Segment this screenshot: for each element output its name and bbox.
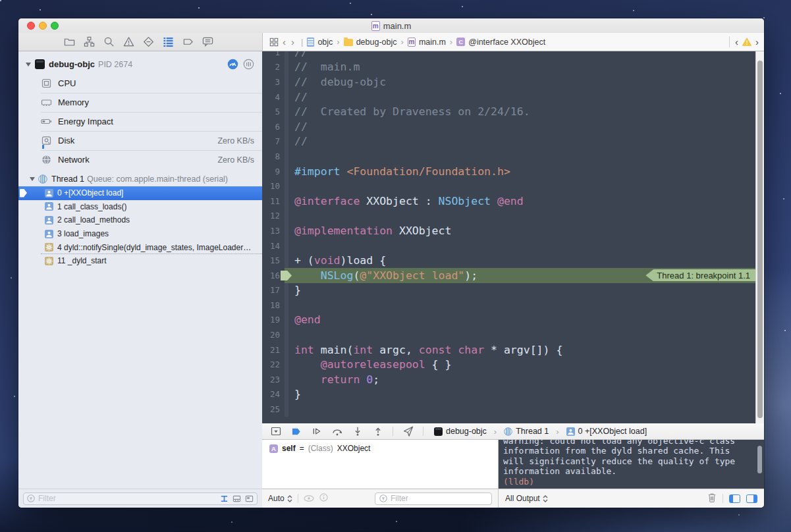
hide-debug-area-button[interactable] xyxy=(270,426,281,437)
stack-frame-row[interactable]: 2 call_load_methods xyxy=(18,213,262,227)
gauge-row-network[interactable]: NetworkZero KB/s xyxy=(18,150,262,169)
code-line[interactable]: 15+ (void)load { xyxy=(262,253,755,268)
line-number[interactable]: 4 xyxy=(262,90,285,105)
project-navigator-button[interactable] xyxy=(63,36,75,48)
line-number[interactable]: 15 xyxy=(262,253,285,268)
jumpbar-item[interactable]: objc xyxy=(307,38,333,47)
stack-frame-row[interactable]: 3 load_images xyxy=(18,227,262,241)
code-line[interactable]: 12 xyxy=(262,209,755,224)
variables-view[interactable]: A self = (Class) XXObject xyxy=(262,440,499,489)
search-navigator-button[interactable] xyxy=(103,36,115,48)
info-button[interactable] xyxy=(319,492,328,504)
view-mode-1-icon[interactable] xyxy=(232,494,241,503)
line-number[interactable]: 17 xyxy=(262,283,285,298)
console[interactable]: warning: could not load any objective-c … xyxy=(499,440,764,489)
simulate-location-button[interactable] xyxy=(402,426,414,437)
line-number[interactable]: 20 xyxy=(262,327,285,342)
line-number[interactable]: 3 xyxy=(262,74,285,90)
code-line[interactable]: 3// debug-objc xyxy=(262,74,755,90)
step-into-button[interactable] xyxy=(352,426,363,437)
code-line[interactable]: 21int main(int argc, const char * argv[]… xyxy=(262,342,755,358)
line-number[interactable]: 1 xyxy=(262,51,285,60)
line-number[interactable]: 23 xyxy=(262,372,285,387)
scope-popup[interactable]: Auto xyxy=(268,494,292,503)
stack-frame-row[interactable]: 1 call_class_loads() xyxy=(18,200,262,214)
disclosure-triangle[interactable] xyxy=(30,177,35,181)
code-line[interactable]: 19@end xyxy=(262,313,755,328)
code-line[interactable]: 13@implementation XXObject xyxy=(262,223,755,238)
step-over-button[interactable] xyxy=(331,426,342,437)
back-button[interactable]: ‹ xyxy=(283,36,286,47)
code-line[interactable]: 22 @autoreleasepool { } xyxy=(262,357,755,372)
line-number[interactable]: 19 xyxy=(262,313,285,328)
code-line[interactable]: 5// Created by Draveness on 2/24/16. xyxy=(262,104,755,119)
test-navigator-button[interactable] xyxy=(142,36,154,48)
code-line[interactable]: 7// xyxy=(262,134,755,149)
breakpoint-annotation[interactable]: Thread 1: breakpoint 1.1 xyxy=(645,269,755,282)
line-number[interactable]: 6 xyxy=(262,119,285,134)
code-line[interactable]: 16 NSLog(@"XXObject load");Thread 1: bre… xyxy=(262,268,755,283)
report-navigator-button[interactable] xyxy=(202,36,213,48)
code-line[interactable]: 18 xyxy=(262,298,755,313)
symbol-navigator-button[interactable] xyxy=(83,36,95,48)
debug-breadcrumb-item[interactable]: Thread 1 xyxy=(504,427,549,436)
code-line[interactable]: 14 xyxy=(262,238,755,253)
variable-row[interactable]: A self = (Class) XXObject xyxy=(269,444,498,453)
minimize-button[interactable] xyxy=(39,22,47,30)
code-line[interactable]: 17} xyxy=(262,283,755,298)
line-number[interactable]: 7 xyxy=(262,134,285,149)
line-number[interactable]: 2 xyxy=(262,60,285,75)
line-number[interactable]: 13 xyxy=(262,223,285,238)
code-line[interactable]: 10 xyxy=(262,178,755,194)
toggle-variables-view-button[interactable] xyxy=(729,494,740,503)
thread-row[interactable]: Thread 1 Queue: com.apple.main-thread (s… xyxy=(18,172,262,186)
line-number[interactable]: 9 xyxy=(262,164,285,179)
jumpbar-item[interactable]: C@interface XXObject xyxy=(456,38,545,47)
line-number[interactable]: 22 xyxy=(262,357,285,372)
disclosure-triangle[interactable] xyxy=(26,63,31,66)
gauge-row-cpu[interactable]: CPU xyxy=(18,74,262,93)
previous-issue-button[interactable]: ‹ xyxy=(735,36,738,47)
code-line[interactable]: 20 xyxy=(262,327,755,342)
line-number[interactable]: 10 xyxy=(262,178,285,194)
console-scrollbar-thumb[interactable] xyxy=(757,446,762,473)
scrollbar-thumb[interactable] xyxy=(757,61,763,418)
gauge-row-memory[interactable]: Memory xyxy=(18,93,262,112)
sidebar-filter-field[interactable]: Filter xyxy=(23,492,258,505)
debug-breadcrumb-item[interactable]: 0 +[XXObject load] xyxy=(566,427,647,436)
code-line[interactable]: 1// xyxy=(262,51,755,60)
flat-list-toggle-icon[interactable] xyxy=(220,494,229,503)
warning-icon[interactable] xyxy=(742,38,751,46)
code-line[interactable]: 2// main.m xyxy=(262,60,755,75)
zoom-button[interactable] xyxy=(51,22,59,30)
code-line[interactable]: 4// xyxy=(262,90,755,105)
stack-frame-row[interactable]: 4 dyld::notifySingle(dyld_image_states, … xyxy=(18,240,262,254)
titlebar[interactable]: m main.m xyxy=(18,18,764,33)
stack-frame-row[interactable]: 11 _dyld_start xyxy=(18,254,262,268)
breakpoints-toggle-button[interactable] xyxy=(290,426,302,437)
continue-button[interactable] xyxy=(311,426,322,437)
step-out-button[interactable] xyxy=(372,426,383,437)
line-number[interactable]: 25 xyxy=(262,402,285,417)
gauge-row-energy[interactable]: Energy Impact xyxy=(18,112,262,131)
debug-breadcrumb-item[interactable]: debug-objc xyxy=(434,427,487,436)
clear-console-button[interactable] xyxy=(707,492,717,505)
jumpbar-item[interactable]: debug-objc xyxy=(344,38,397,47)
source-editor[interactable]: 1//2// main.m3// debug-objc4//5// Create… xyxy=(262,51,764,423)
code-line[interactable]: 24} xyxy=(262,387,755,402)
forward-button[interactable]: › xyxy=(291,36,294,47)
close-button[interactable] xyxy=(27,22,35,30)
line-number[interactable]: 5 xyxy=(262,104,285,119)
variables-filter-field[interactable]: Filter xyxy=(375,492,492,505)
code-line[interactable]: 9#import <Foundation/Foundation.h> xyxy=(262,164,755,179)
line-number[interactable]: 11 xyxy=(262,194,285,209)
code-line[interactable]: 23 return 0; xyxy=(262,372,755,387)
line-number[interactable]: 12 xyxy=(262,209,285,224)
process-row[interactable]: debug-objc PID 2674 xyxy=(18,56,262,72)
line-number[interactable]: 24 xyxy=(262,387,285,402)
line-number[interactable]: 14 xyxy=(262,238,285,253)
breakpoint-navigator-button[interactable] xyxy=(182,36,194,48)
related-items-icon[interactable] xyxy=(268,36,280,48)
stack-frame-row[interactable]: 0 +[XXObject load] xyxy=(18,186,262,200)
line-number[interactable]: 8 xyxy=(262,149,285,164)
